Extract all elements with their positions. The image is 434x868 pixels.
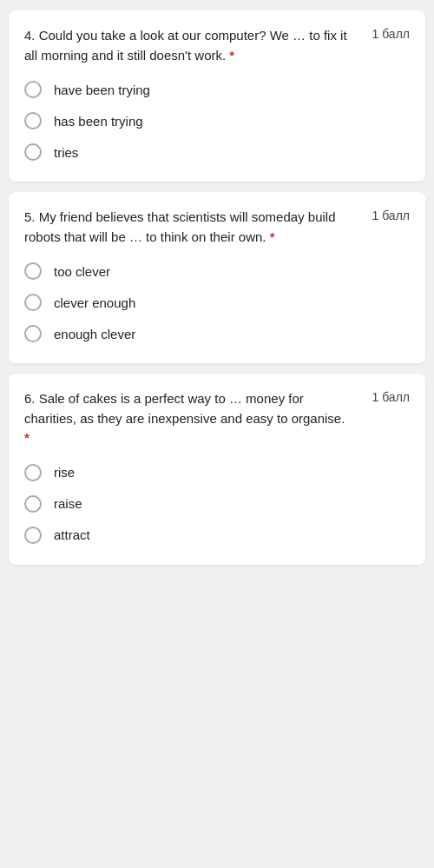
required-star-q5: * bbox=[270, 229, 275, 244]
option-item-q5o3[interactable]: enough clever bbox=[24, 325, 410, 342]
question-points-q6: 1 балл bbox=[362, 390, 410, 404]
question-card-q4: 4. Could you take a look at our computer… bbox=[9, 10, 425, 182]
question-card-q6: 6. Sale of cakes is a perfect way to … m… bbox=[9, 374, 425, 565]
option-item-q4o3[interactable]: tries bbox=[24, 143, 410, 161]
radio-circle-q6o1 bbox=[24, 464, 42, 481]
question-points-q5: 1 балл bbox=[362, 209, 410, 222]
option-label-q4o3: tries bbox=[54, 145, 78, 160]
options-list-q4: have been tryinghas been tryingtries bbox=[24, 81, 410, 161]
radio-circle-q6o3 bbox=[24, 527, 42, 544]
options-list-q6: riseraiseattract bbox=[24, 464, 410, 544]
option-item-q4o1[interactable]: have been trying bbox=[24, 81, 410, 98]
radio-circle-q4o1 bbox=[24, 81, 42, 98]
question-header-q6: 6. Sale of cakes is a perfect way to … m… bbox=[24, 389, 410, 448]
radio-circle-q5o1 bbox=[24, 262, 42, 280]
radio-circle-q5o3 bbox=[24, 325, 42, 342]
radio-circle-q5o2 bbox=[24, 294, 42, 311]
option-label-q5o2: clever enough bbox=[54, 295, 135, 310]
option-label-q6o1: rise bbox=[54, 465, 75, 480]
question-text-q6: 6. Sale of cakes is a perfect way to … m… bbox=[24, 389, 353, 448]
option-label-q6o3: attract bbox=[54, 527, 90, 542]
question-header-q4: 4. Could you take a look at our computer… bbox=[24, 26, 410, 65]
option-item-q5o2[interactable]: clever enough bbox=[24, 294, 410, 311]
option-item-q6o3[interactable]: attract bbox=[24, 527, 410, 544]
required-star-q6: * bbox=[24, 430, 30, 445]
question-text-q5: 5. My friend believes that scientists wi… bbox=[24, 208, 353, 247]
option-label-q5o1: too clever bbox=[54, 264, 110, 279]
question-header-q5: 5. My friend believes that scientists wi… bbox=[24, 208, 410, 247]
radio-circle-q4o2 bbox=[24, 112, 42, 129]
option-label-q6o2: raise bbox=[54, 496, 82, 511]
question-points-q4: 1 балл bbox=[362, 27, 410, 41]
option-label-q4o1: have been trying bbox=[54, 83, 150, 97]
option-item-q5o1[interactable]: too clever bbox=[24, 262, 410, 280]
question-text-q4: 4. Could you take a look at our computer… bbox=[24, 26, 353, 65]
question-card-q5: 5. My friend believes that scientists wi… bbox=[9, 192, 425, 363]
option-label-q4o2: has been trying bbox=[54, 114, 143, 129]
required-star-q4: * bbox=[229, 48, 234, 63]
options-list-q5: too cleverclever enoughenough clever bbox=[24, 262, 410, 342]
radio-circle-q6o2 bbox=[24, 495, 42, 513]
option-item-q4o2[interactable]: has been trying bbox=[24, 112, 410, 129]
option-item-q6o2[interactable]: raise bbox=[24, 495, 410, 513]
option-item-q6o1[interactable]: rise bbox=[24, 464, 410, 481]
radio-circle-q4o3 bbox=[24, 143, 42, 161]
option-label-q5o3: enough clever bbox=[54, 327, 135, 341]
